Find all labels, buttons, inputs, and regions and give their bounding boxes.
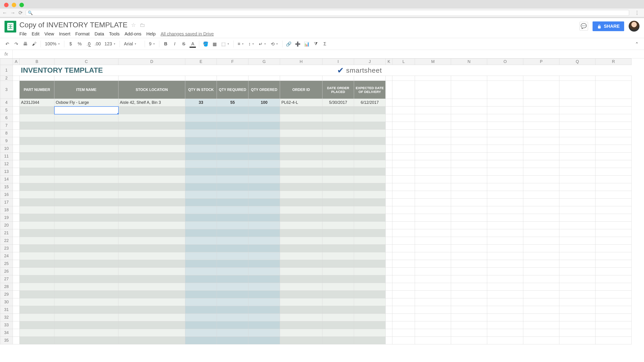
- cell[interactable]: [596, 99, 632, 106]
- cell[interactable]: [248, 191, 280, 198]
- cell[interactable]: [451, 114, 487, 122]
- cell[interactable]: [487, 252, 523, 260]
- row-header[interactable]: 23: [0, 245, 13, 252]
- cell[interactable]: [451, 183, 487, 191]
- cell[interactable]: [322, 229, 354, 237]
- cell[interactable]: [392, 198, 415, 206]
- cell[interactable]: [280, 122, 322, 130]
- cell[interactable]: [54, 222, 118, 229]
- cell[interactable]: [487, 191, 523, 198]
- close-window-button[interactable]: [4, 3, 8, 7]
- cell[interactable]: [13, 114, 20, 122]
- row-header[interactable]: 17: [0, 198, 13, 206]
- cell[interactable]: [20, 260, 54, 268]
- cell[interactable]: [560, 260, 596, 268]
- cell[interactable]: [487, 222, 523, 229]
- column-header[interactable]: R: [596, 59, 632, 65]
- cell[interactable]: [185, 130, 217, 137]
- cell[interactable]: [354, 329, 386, 337]
- cell[interactable]: 55: [217, 99, 248, 106]
- cell[interactable]: [560, 206, 596, 214]
- cell[interactable]: [354, 130, 386, 137]
- cell[interactable]: [487, 122, 523, 130]
- cell[interactable]: [13, 176, 20, 183]
- cell[interactable]: [386, 122, 392, 130]
- cell[interactable]: [415, 268, 451, 275]
- cell[interactable]: [487, 137, 523, 145]
- cell[interactable]: [392, 81, 415, 99]
- cell[interactable]: [487, 245, 523, 252]
- cell[interactable]: [322, 122, 354, 130]
- cell[interactable]: [20, 76, 54, 81]
- cell[interactable]: [322, 275, 354, 283]
- cell[interactable]: [248, 314, 280, 322]
- cell[interactable]: [54, 291, 118, 298]
- cell[interactable]: [185, 76, 217, 81]
- cell[interactable]: [217, 176, 248, 183]
- cell[interactable]: [596, 168, 632, 176]
- cell[interactable]: [596, 229, 632, 237]
- number-format-dropdown[interactable]: 123▼: [103, 41, 117, 46]
- cell[interactable]: [185, 168, 217, 176]
- cell[interactable]: [487, 291, 523, 298]
- currency-button[interactable]: $: [66, 40, 75, 48]
- cell[interactable]: [596, 160, 632, 168]
- cell[interactable]: [118, 114, 185, 122]
- cell[interactable]: [354, 268, 386, 275]
- cell[interactable]: 6/12/2017: [354, 99, 386, 106]
- comments-button[interactable]: 💬: [580, 22, 588, 30]
- cell[interactable]: [415, 99, 451, 106]
- cell[interactable]: [118, 322, 185, 329]
- cell[interactable]: [392, 130, 415, 137]
- cell[interactable]: [280, 229, 322, 237]
- cell[interactable]: [54, 198, 118, 206]
- cell[interactable]: [248, 291, 280, 298]
- back-button[interactable]: ←: [2, 10, 7, 16]
- menu-tools[interactable]: Tools: [109, 31, 120, 36]
- cell[interactable]: [523, 114, 560, 122]
- font-family-dropdown[interactable]: Arial▼: [122, 41, 142, 46]
- cell[interactable]: [392, 252, 415, 260]
- cell[interactable]: [523, 130, 560, 137]
- cell[interactable]: [322, 291, 354, 298]
- cell[interactable]: [596, 176, 632, 183]
- cell[interactable]: Oxbow Fly - Large: [54, 99, 118, 106]
- row-header[interactable]: 34: [0, 329, 13, 337]
- row-header[interactable]: 31: [0, 306, 13, 314]
- template-column-header[interactable]: ORDER ID: [280, 81, 322, 99]
- cell[interactable]: [487, 160, 523, 168]
- cell[interactable]: [415, 145, 451, 152]
- address-bar[interactable]: 🔍: [26, 10, 629, 16]
- cell[interactable]: [487, 283, 523, 291]
- cell[interactable]: [118, 152, 185, 160]
- cell[interactable]: [248, 130, 280, 137]
- cell[interactable]: [415, 81, 451, 99]
- cell[interactable]: [392, 168, 415, 176]
- cell[interactable]: [248, 206, 280, 214]
- cell[interactable]: [13, 260, 20, 268]
- cell[interactable]: [118, 176, 185, 183]
- cell[interactable]: [54, 160, 118, 168]
- cell[interactable]: [415, 106, 451, 114]
- cell[interactable]: [560, 122, 596, 130]
- column-header[interactable]: N: [451, 59, 487, 65]
- cell[interactable]: [392, 114, 415, 122]
- cell[interactable]: [354, 337, 386, 344]
- cell[interactable]: [217, 268, 248, 275]
- cell[interactable]: [596, 283, 632, 291]
- cell[interactable]: [248, 268, 280, 275]
- cell[interactable]: [185, 214, 217, 222]
- cell[interactable]: [248, 337, 280, 344]
- cell[interactable]: [13, 283, 20, 291]
- cell[interactable]: [54, 322, 118, 329]
- cell[interactable]: [560, 214, 596, 222]
- cell[interactable]: [322, 160, 354, 168]
- cell[interactable]: [487, 176, 523, 183]
- cell[interactable]: [560, 252, 596, 260]
- cell[interactable]: [386, 268, 392, 275]
- cell[interactable]: [280, 222, 322, 229]
- cell[interactable]: [118, 137, 185, 145]
- cell[interactable]: [487, 114, 523, 122]
- row-header[interactable]: 27: [0, 275, 13, 283]
- cell[interactable]: [451, 145, 487, 152]
